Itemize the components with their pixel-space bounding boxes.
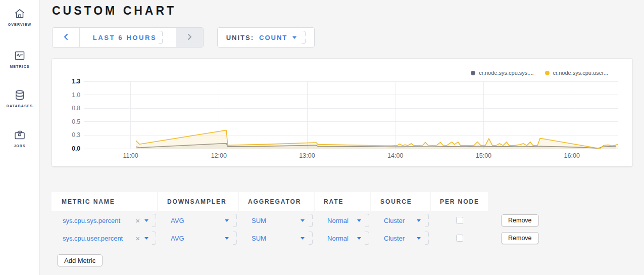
per-node-checkbox[interactable] [456, 235, 463, 242]
rate-dropdown[interactable]: Normal [315, 230, 370, 246]
legend-item[interactable]: cr.node.sys.cpu.sys.... [471, 70, 533, 76]
metric-name-select[interactable]: sys.cpu.user.percent× [52, 230, 157, 246]
svg-text:14:00: 14:00 [387, 152, 403, 159]
remove-cell: Remove [489, 212, 565, 228]
databases-icon [0, 88, 39, 102]
per-node-checkbox[interactable] [456, 217, 463, 224]
aggregator-value: SUM [239, 217, 266, 224]
svg-text:1.3: 1.3 [72, 78, 80, 85]
page-title: CUSTOM CHART [52, 4, 176, 18]
select-corner [159, 31, 163, 44]
chart-card: 0.00.30.50.81.01.311:0012:0013:0014:0015… [52, 58, 633, 167]
legend-dot-icon [471, 71, 475, 75]
chevron-down-icon [417, 219, 421, 222]
svg-text:16:00: 16:00 [564, 152, 580, 159]
select-corner [152, 214, 156, 227]
rate-value: Normal [315, 217, 349, 224]
source-dropdown[interactable]: Cluster [371, 212, 430, 228]
column-header-per-node: PER NODE [431, 192, 488, 211]
legend-item[interactable]: cr.node.sys.cpu.user... [545, 70, 608, 76]
svg-text:0.8: 0.8 [72, 105, 80, 112]
remove-button[interactable]: Remove [501, 232, 539, 244]
column-header-downsampler: DOWNSAMPLER [158, 192, 238, 211]
remove-button[interactable]: Remove [501, 214, 539, 226]
column-header-aggregator: AGGREGATOR [239, 192, 314, 211]
svg-text:0.3: 0.3 [72, 131, 80, 139]
downsampler-dropdown[interactable]: AVG [158, 212, 238, 228]
chevron-down-icon [417, 237, 421, 240]
time-next-button[interactable] [176, 28, 203, 47]
time-window-value[interactable]: LAST 6 HOURS [80, 28, 176, 47]
select-corner [425, 214, 429, 227]
per-node-cell [431, 230, 488, 246]
legend-label: cr.node.sys.cpu.user... [553, 70, 608, 76]
aggregator-value: SUM [239, 235, 266, 242]
units-dropdown[interactable]: UNITS: COUNT [217, 27, 315, 48]
remove-cell: Remove [489, 230, 565, 246]
source-dropdown[interactable]: Cluster [371, 230, 430, 246]
downsampler-value: AVG [158, 217, 184, 224]
metric-name-value: sys.cpu.user.percent [52, 235, 123, 242]
chevron-down-icon [292, 36, 296, 39]
sidebar-item-jobs[interactable]: JOBS [0, 128, 39, 148]
column-header-rate: RATE [315, 192, 370, 211]
svg-text:12:00: 12:00 [211, 152, 227, 159]
units-value: COUNT [259, 34, 287, 41]
time-window-selector: LAST 6 HOURS [52, 27, 204, 48]
chevron-down-icon [144, 219, 148, 222]
sidebar-item-databases[interactable]: DATABASES [0, 88, 39, 108]
sidebar-item-overview[interactable]: OVERVIEW [0, 7, 39, 26]
metrics-icon [0, 49, 39, 62]
column-header-metric-name: METRIC NAME [52, 192, 157, 211]
rate-value: Normal [315, 235, 349, 242]
select-corner [233, 214, 237, 227]
source-value: Cluster [371, 217, 405, 224]
downsampler-value: AVG [158, 235, 184, 242]
select-corner [365, 214, 369, 227]
svg-text:13:00: 13:00 [299, 152, 315, 159]
chevron-down-icon [357, 219, 361, 222]
chevron-down-icon [225, 219, 229, 222]
sidebar-item-label: OVERVIEW [0, 23, 39, 26]
svg-text:11:00: 11:00 [123, 152, 138, 159]
clear-metric-icon[interactable]: × [135, 235, 140, 242]
chevron-down-icon [301, 237, 305, 240]
time-window-text: LAST 6 HOURS [93, 34, 157, 41]
source-value: Cluster [371, 235, 405, 242]
select-corner [233, 232, 237, 245]
time-prev-button[interactable] [53, 28, 80, 47]
aggregator-dropdown[interactable]: SUM [239, 230, 314, 246]
select-corner [152, 232, 156, 245]
svg-text:0.5: 0.5 [72, 118, 80, 125]
sidebar-item-label: JOBS [0, 144, 39, 148]
add-metric-button[interactable]: Add Metric [57, 254, 103, 266]
chevron-down-icon [144, 237, 148, 240]
metric-name-select[interactable]: sys.cpu.sys.percent× [52, 212, 157, 228]
select-corner [425, 232, 429, 245]
chevron-down-icon [225, 237, 229, 240]
select-corner [302, 31, 306, 44]
select-corner [365, 232, 369, 245]
chart-legend: cr.node.sys.cpu.sys....cr.node.sys.cpu.u… [471, 70, 608, 76]
downsampler-dropdown[interactable]: AVG [158, 230, 238, 246]
home-icon [0, 7, 39, 20]
column-header-source: SOURCE [371, 192, 430, 211]
svg-text:0.0: 0.0 [72, 145, 80, 152]
chevron-right-icon [187, 33, 192, 42]
chevron-down-icon [357, 237, 361, 240]
units-label: UNITS: [226, 34, 254, 41]
sidebar-item-metrics[interactable]: METRICS [0, 49, 39, 68]
svg-text:15:00: 15:00 [476, 152, 491, 159]
rate-dropdown[interactable]: Normal [315, 212, 370, 228]
svg-text:1.0: 1.0 [72, 91, 80, 99]
clear-metric-icon[interactable]: × [135, 217, 140, 224]
metric-name-value: sys.cpu.sys.percent [52, 217, 120, 224]
chevron-down-icon [301, 219, 305, 222]
metrics-table: METRIC NAMEDOWNSAMPLERAGGREGATORRATESOUR… [52, 192, 565, 246]
per-node-cell [431, 212, 488, 228]
select-corner [309, 232, 313, 245]
header-spacer [489, 192, 565, 211]
aggregator-dropdown[interactable]: SUM [239, 212, 314, 228]
sidebar-item-label: DATABASES [0, 104, 39, 108]
sidebar-item-label: METRICS [0, 65, 39, 68]
